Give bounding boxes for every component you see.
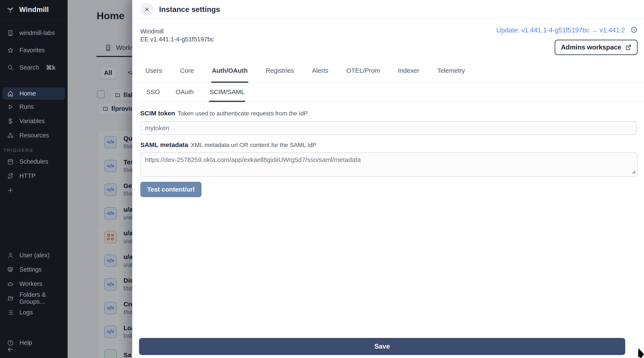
update-link[interactable]: Update: v1.441.1-4-g51f5197bc → v1.441.2 (496, 27, 625, 34)
logs-label: Logs (20, 309, 33, 316)
sidebar-item-favorites[interactable]: Favorites (0, 42, 68, 59)
plus-icon (7, 187, 14, 194)
calendar-icon (7, 158, 14, 165)
sidebar-item-user[interactable]: User (alex) (0, 248, 68, 262)
drawer-header: Instance settings (132, 0, 644, 19)
windmill-app: Windmill windmill-labs Favorites Search … (0, 0, 644, 358)
scim-token-input[interactable] (140, 121, 636, 135)
close-icon (144, 7, 150, 12)
tab-auth-oauth[interactable]: Auth/OAuth (211, 64, 248, 83)
brand-header[interactable]: Windmill (0, 0, 68, 19)
folder-open-icon (7, 295, 14, 302)
help-circle-icon (7, 339, 14, 346)
scim-token-help: Token used to authenticate requests from… (178, 110, 308, 117)
user-label: User (alex) (20, 252, 50, 259)
settings-label: Settings (20, 266, 42, 273)
close-button[interactable] (140, 3, 154, 16)
external-link-icon (625, 44, 632, 51)
building-icon (7, 30, 14, 37)
info-icon[interactable] (630, 26, 638, 34)
http-label: HTTP (20, 172, 36, 179)
sidebar-item-schedules[interactable]: Schedules (0, 154, 68, 169)
help-label: Help (20, 339, 32, 346)
schedules-label: Schedules (20, 158, 48, 165)
brand-name: Windmill (19, 6, 49, 14)
sidebar-item-workers[interactable]: Workers (0, 277, 68, 291)
saml-metadata-textarea[interactable]: https://dev-2578259.okta.com/app/exkaell… (140, 152, 638, 177)
sidebar-item-workspace[interactable]: windmill-labs (0, 24, 68, 42)
windmill-logo-icon (6, 5, 15, 14)
instance-settings-drawer: Instance settings Windmill EE v1.441.1-4… (132, 0, 644, 358)
gear-icon (7, 266, 14, 273)
sidebar-item-folders-groups[interactable]: Folders & Groups... (0, 291, 68, 305)
sidebar-item-runs[interactable]: Runs (0, 100, 68, 114)
search-icon (7, 64, 14, 71)
tab-users[interactable]: Users (145, 64, 162, 83)
sidebar-item-resources[interactable]: Resources (0, 128, 68, 143)
subtab-scim-saml[interactable]: SCIM/SAML (209, 83, 245, 102)
dollar-icon: $ (7, 118, 14, 125)
play-icon (7, 104, 14, 110)
star-icon (7, 47, 14, 54)
subtab-oauth[interactable]: OAuth (175, 83, 194, 102)
bot-icon (7, 280, 14, 287)
collapse-sidebar-button[interactable] (6, 346, 14, 354)
runs-label: Runs (20, 103, 34, 110)
drawer-title: Instance settings (159, 5, 220, 14)
tab-registries[interactable]: Registries (265, 64, 294, 83)
sidebar-item-http[interactable]: HTTP (0, 169, 68, 183)
resize-handle-icon[interactable] (631, 169, 636, 175)
workspace-label: windmill-labs (20, 30, 55, 37)
user-icon (7, 252, 14, 259)
sidebar: Windmill windmill-labs Favorites Search … (0, 0, 68, 358)
subtab-sso[interactable]: SSO (146, 83, 160, 102)
scim-token-label: SCIM tokenToken used to authenticate req… (140, 110, 644, 117)
tab-otel-prom[interactable]: OTEL/Prom (346, 64, 380, 83)
home-label: Home (20, 90, 36, 97)
search-label: Search (20, 64, 39, 71)
boxes-icon (7, 132, 14, 139)
tab-core[interactable]: Core (180, 64, 194, 83)
triggers-section-label: TRIGGERS (0, 143, 68, 154)
workers-label: Workers (20, 280, 42, 287)
auth-subtabs: SSO OAuth SCIM/SAML (132, 83, 644, 102)
sidebar-item-search[interactable]: Search ⌘k (0, 59, 68, 76)
arrow-left-icon (6, 346, 14, 353)
home-icon (7, 90, 14, 97)
favorites-label: Favorites (20, 47, 45, 54)
sidebar-item-add-trigger[interactable] (0, 183, 68, 197)
folders-groups-label: Folders & Groups... (20, 291, 68, 305)
save-button[interactable]: Save (139, 338, 625, 355)
scim-saml-panel: SCIM tokenToken used to authenticate req… (132, 102, 644, 197)
tab-telemetry[interactable]: Telemetry (437, 64, 465, 83)
sidebar-item-variables[interactable]: $ Variables (0, 114, 68, 128)
sidebar-item-settings[interactable]: Settings (0, 262, 68, 277)
sidebar-item-logs[interactable]: Logs (0, 305, 68, 319)
saml-metadata-help: XML metadata url OR content for the SAML… (191, 142, 316, 148)
instance-info-row: Windmill EE v1.441.1-4-g51f5197bc Update… (132, 19, 644, 63)
saml-metadata-label: SAML metadataXML metadata url OR content… (140, 141, 644, 149)
tab-indexer[interactable]: Indexer (398, 64, 420, 83)
sidebar-item-home[interactable]: Home (2, 88, 65, 100)
test-content-url-button[interactable]: Test content/url (140, 182, 202, 197)
variables-label: Variables (20, 118, 45, 125)
settings-tabs: Users Core Auth/OAuth Registries Alerts … (132, 64, 644, 83)
search-shortcut: ⌘k (46, 64, 56, 71)
resources-label: Resources (20, 132, 49, 139)
tab-alerts[interactable]: Alerts (312, 64, 329, 83)
admins-workspace-button[interactable]: Admins workspace (555, 40, 638, 55)
route-icon (7, 173, 14, 179)
list-icon (7, 309, 14, 316)
